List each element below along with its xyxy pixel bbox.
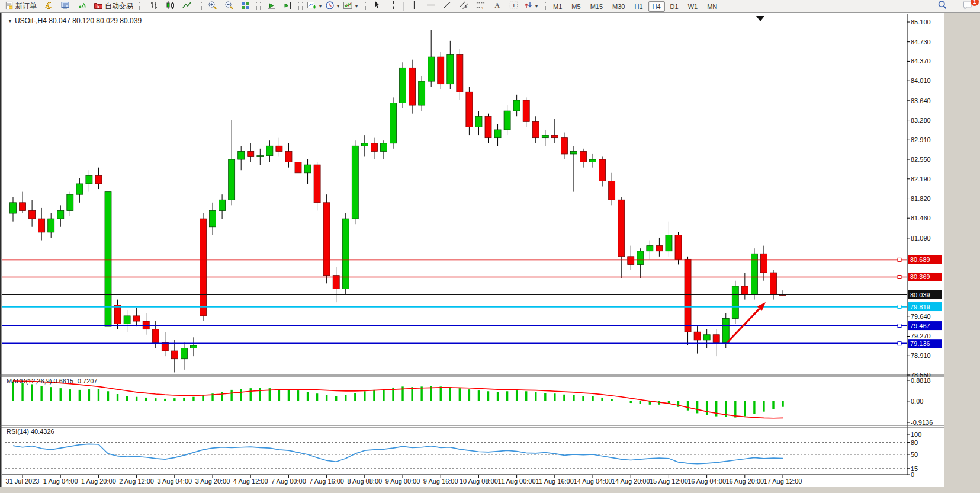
toolbar-grip[interactable]	[139, 2, 143, 11]
time-axis-label: 4 Aug 12:00	[233, 478, 268, 485]
candle-chart-type-button[interactable]	[162, 0, 179, 13]
candle-body	[438, 57, 444, 84]
candle-body	[599, 159, 606, 181]
time-axis-label: 2 Aug 12:00	[119, 478, 154, 485]
text-tool-button[interactable]: A	[489, 0, 505, 13]
timeframe-menu-button[interactable]: ▾	[323, 0, 341, 13]
gold-chart-button[interactable]	[40, 0, 57, 13]
clock-icon	[325, 1, 335, 12]
price-axis-tick-label: 84.730	[911, 39, 931, 46]
bar-chart-icon	[149, 1, 159, 12]
toolbar-grip[interactable]	[198, 2, 202, 11]
label-tool-button[interactable]: T	[505, 0, 522, 13]
line-chart-type-button[interactable]	[179, 0, 195, 13]
level-handle[interactable]	[898, 324, 901, 328]
timeframe-h4[interactable]: H4	[648, 1, 665, 12]
search-icon	[937, 0, 947, 12]
chart-shift-button[interactable]	[279, 0, 296, 13]
level-handle[interactable]	[898, 258, 901, 261]
candle-body	[190, 345, 197, 348]
price-level-tag-label: 79.136	[910, 340, 930, 347]
horizontal-line-tool-button[interactable]	[422, 0, 439, 13]
candle-body	[722, 318, 729, 342]
candle-body	[647, 246, 653, 251]
equidistant-channel-icon: E	[460, 1, 468, 12]
candle-body	[485, 116, 491, 137]
candle-body	[181, 348, 187, 359]
price-chart-canvas[interactable]: 80.68980.36980.03979.81979.46779.13685.1…	[0, 0, 980, 493]
channel-tool-button[interactable]: E	[455, 0, 472, 13]
vertical-line-tool-button[interactable]	[406, 0, 422, 13]
timeframe-m30[interactable]: M30	[608, 1, 629, 12]
time-axis-label: 9 Aug 00:00	[385, 478, 420, 485]
bar-chart-type-button[interactable]	[146, 0, 162, 13]
timeframe-m5[interactable]: M5	[567, 1, 584, 12]
candle-body	[675, 235, 682, 259]
chart-title: ▼USOil-,H4 80.047 80.120 80.029 80.039	[8, 17, 142, 25]
price-axis-tick-label: 82.550	[911, 156, 931, 163]
price-axis-tick-label: 84.010	[911, 77, 931, 84]
timeframe-m1[interactable]: M1	[549, 1, 566, 12]
crosshair-tool-button[interactable]	[385, 0, 401, 13]
tile-windows-icon	[241, 1, 250, 12]
text-icon: A	[493, 1, 502, 12]
trendline-tool-button[interactable]	[439, 0, 455, 13]
price-axis-tick-label: 82.910	[911, 136, 931, 143]
timeframe-h1[interactable]: H1	[630, 1, 647, 12]
search-button[interactable]	[934, 0, 950, 13]
toolbar-grip[interactable]	[256, 2, 261, 11]
timeframe-d1[interactable]: D1	[666, 1, 683, 12]
level-handle[interactable]	[898, 275, 901, 278]
candle-body	[10, 203, 17, 213]
notifications-button[interactable]: 1	[959, 0, 975, 13]
toolbar-grip[interactable]	[362, 2, 366, 11]
candle-body	[666, 235, 672, 251]
indicators-menu-button[interactable]: ▾	[341, 0, 359, 13]
timeframe-w1[interactable]: W1	[684, 1, 702, 12]
market-depth-button[interactable]	[57, 0, 73, 13]
chevron-down-icon: ▾	[337, 4, 339, 9]
candle-body	[229, 159, 235, 200]
line-chart-icon	[182, 1, 192, 12]
trendline-icon	[443, 1, 452, 12]
workspace-background	[944, 13, 980, 493]
rsi-axis-tick-label: 0	[911, 471, 914, 478]
chart-context-arrow-icon[interactable]: ▼	[8, 18, 12, 24]
auto-scroll-button[interactable]	[263, 0, 279, 13]
time-axis-label: 14 Aug 20:00	[612, 478, 650, 485]
candle-body	[352, 146, 358, 219]
candle-body	[656, 246, 663, 251]
fibonacci-tool-button[interactable]: F	[472, 0, 489, 13]
candle-body	[380, 143, 387, 152]
macd-indicator-header: MACD(12,26,9) 0.6615 -0.7207	[7, 377, 97, 385]
new-order-button[interactable]: 新订单	[1, 0, 40, 13]
zoom-out-button[interactable]	[221, 0, 237, 13]
candle-body	[400, 68, 406, 103]
price-axis-tick-label: 81.090	[911, 235, 931, 242]
time-axis-label: 15 Aug 12:00	[650, 478, 688, 485]
price-axis-tick-label: 81.820	[911, 195, 931, 202]
cursor-tool-button[interactable]	[368, 0, 385, 13]
price-axis-tick-label: 79.640	[911, 313, 931, 320]
timeframe-m15[interactable]: M15	[586, 1, 607, 12]
candle-body	[86, 175, 92, 184]
time-axis-label: 16 Aug 04:00	[687, 478, 726, 485]
chart-window-background	[0, 13, 944, 493]
arrows-tool-button[interactable]: ▾	[522, 0, 539, 13]
toolbar-grip[interactable]	[542, 2, 546, 11]
time-axis-label: 7 Aug 16:00	[309, 478, 344, 485]
candle-body	[494, 130, 501, 138]
price-axis-tick-label: 85.100	[911, 18, 931, 25]
signals-button[interactable]	[73, 0, 90, 13]
timeframe-mn[interactable]: MN	[703, 1, 721, 12]
autotrade-button[interactable]: 自动交易	[90, 0, 137, 13]
tile-windows-button[interactable]	[237, 0, 254, 13]
candle-body	[257, 156, 264, 157]
level-handle[interactable]	[898, 342, 901, 345]
new-chart-button[interactable]: ▾	[305, 0, 323, 13]
price-axis-tick-label: 83.640	[911, 97, 931, 104]
toolbar-grip[interactable]	[298, 2, 303, 11]
level-handle[interactable]	[898, 305, 901, 309]
zoom-in-button[interactable]	[204, 0, 221, 13]
candle-body	[609, 181, 615, 200]
